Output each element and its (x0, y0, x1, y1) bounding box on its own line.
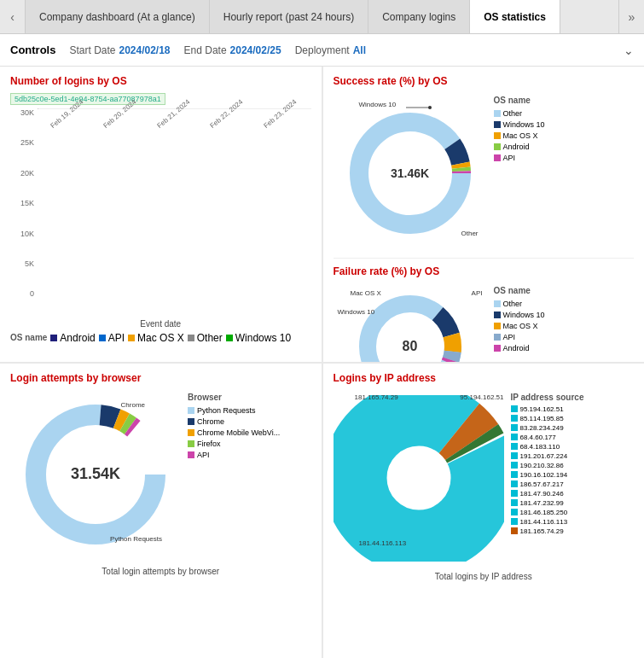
ip-legend-13: 181.44.116.113 (511, 518, 584, 526)
android-legend-dot (50, 335, 57, 341)
tabs-next-btn[interactable]: » (618, 0, 644, 33)
start-date-control[interactable]: Start Date 2024/02/18 (69, 44, 170, 56)
success-android-dot (494, 143, 501, 150)
failure-donut-area: Mac OS X API Windows 10 Other (334, 282, 487, 362)
ip-legend-4: 68.4.60.177 (511, 434, 584, 441)
macosx-legend-dot (128, 335, 135, 341)
ip-legend: IP address source 95.194.162.51 85.114.1… (511, 389, 584, 568)
success-donut-container: Windows 10 Other 31.46K OS (334, 92, 635, 254)
legend-macosx: Mac OS X (128, 332, 184, 344)
x-axis-title: Event date (10, 319, 311, 329)
svg-point-1 (428, 106, 432, 109)
success-pointer-windows10: Windows 10 (359, 101, 397, 108)
browser-legend: Browser Python Requests Chrome Chrome Mo… (188, 389, 280, 560)
tab-os-statistics[interactable]: OS statistics (470, 0, 560, 33)
browser-chart-title: Login attempts by browser (10, 372, 311, 384)
ip-legend-10: 181.47.90.246 (511, 490, 584, 498)
success-legend-title: OS name (494, 96, 545, 105)
ip-pie-svg (334, 395, 504, 562)
failure-legend-other: Other (494, 300, 545, 308)
ip-pointer-2: 95.194.162.51 (460, 393, 503, 401)
browser-donut-area: Chrome Python Requests 31.5 (10, 389, 181, 560)
chart-container: 30K 25K 20K 15K 10K 5K 0 (10, 108, 311, 317)
success-other-dot (494, 110, 501, 117)
browser-legend-firefox: Firefox (188, 440, 280, 448)
ip-legend-8: 190.16.102.194 (511, 471, 584, 479)
browser-chart-subtitle: Total login attempts by browser (10, 567, 311, 576)
success-windows10-dot (494, 121, 501, 128)
ip-pointer-1: 181.165.74.29 (355, 393, 398, 401)
browser-legend-python: Python Requests (188, 406, 280, 415)
ip-chart-container: 181.165.74.29 95.194.162.51 181.44.116.1… (334, 389, 635, 568)
browser-legend-title: Browser (188, 393, 280, 402)
success-rate-panel: Success rate (%) by OS Windows 10 Other (323, 67, 645, 362)
failure-rate-title: Failure rate (%) by OS (334, 265, 635, 277)
windows10-legend-dot (226, 335, 233, 341)
tab-company-dashboard[interactable]: Company dashboard (At a glance) (26, 0, 210, 33)
ip-legend-12: 181.46.185.250 (511, 509, 584, 516)
browser-legend-api: API (188, 451, 280, 459)
failure-legend-windows10: Windows 10 (494, 311, 545, 319)
os-legend-container: OS name Android API Mac OS X Other (10, 332, 311, 344)
browser-legend-chrome-mobile: Chrome Mobile WebVi... (188, 428, 280, 437)
legend-android: Android (50, 332, 95, 344)
ip-legend-title: IP address source (511, 393, 584, 402)
success-legend-windows10: Windows 10 (494, 120, 545, 129)
success-pointer-other: Other (461, 230, 478, 237)
ip-legend-2: 85.114.195.85 (511, 415, 584, 422)
failure-pointer-api: API (472, 289, 483, 297)
api-legend-dot (99, 335, 106, 341)
browser-pointer-python: Python Requests (110, 535, 162, 543)
failure-legend: OS name Other Windows 10 Mac OS X (494, 282, 545, 362)
controls-dropdown-icon[interactable]: ⌄ (624, 44, 634, 57)
bar-chart-panel: Number of logins by OS 5db25c0e-5ed1-4e9… (0, 67, 322, 362)
deployment-control[interactable]: Deployment All (295, 44, 366, 56)
legend-other: Other (188, 332, 223, 344)
failure-rate-value: 80 (403, 339, 418, 354)
success-rate-value: 31.46K (391, 166, 429, 180)
ip-chart-subtitle: Total logins by IP address (334, 572, 635, 581)
ip-legend-9: 186.57.67.217 (511, 480, 584, 488)
controls-label: Controls (10, 44, 55, 56)
success-legend-other: Other (494, 109, 545, 118)
tabs-bar: ‹ Company dashboard (At a glance) Hourly… (0, 0, 644, 34)
success-legend: OS name Other Windows 10 Mac OS X Androi… (494, 92, 545, 254)
success-legend-api: API (494, 154, 545, 162)
legend-windows10: Windows 10 (226, 332, 291, 344)
ip-legend-5: 68.4.183.110 (511, 443, 584, 451)
ip-legend-7: 190.210.32.86 (511, 462, 584, 469)
controls-bar: Controls Start Date 2024/02/18 End Date … (0, 34, 644, 67)
tabs-prev-btn[interactable]: ‹ (0, 0, 26, 33)
failure-legend-android: Android (494, 344, 545, 352)
other-legend-dot (188, 335, 194, 341)
bar-chart-area: 30K 25K 20K 15K 10K 5K 0 (10, 108, 311, 344)
success-legend-macosx: Mac OS X (494, 131, 545, 140)
browser-chart-panel: Login attempts by browser Chrome Python … (0, 364, 322, 659)
bar-chart-title: Number of logins by OS (10, 75, 311, 87)
failure-pointer-windows10: Windows 10 (338, 308, 375, 316)
ip-chart-title: Logins by IP address (334, 372, 635, 384)
success-donut-area: Windows 10 Other 31.46K (334, 92, 487, 254)
failure-rate-section: Failure rate (%) by OS Mac OS X API Wind… (334, 258, 635, 362)
x-axis-labels: Feb 19, 2024 Feb 20, 2024 Feb 21, 2024 F… (38, 109, 311, 143)
ip-legend-1: 95.194.162.51 (511, 405, 584, 413)
browser-donut-value: 31.54K (71, 465, 120, 483)
pointer-line-windows10 (406, 99, 432, 116)
chart-plot-area: Feb 19, 2024 Feb 20, 2024 Feb 21, 2024 F… (38, 108, 311, 317)
legend-os-title: OS name (10, 333, 47, 342)
tab-hourly-report[interactable]: Hourly report (past 24 hours) (210, 0, 368, 33)
failure-pointer-macosx: Mac OS X (351, 289, 381, 297)
failure-legend-title: OS name (494, 286, 545, 295)
ip-legend-11: 181.47.232.99 (511, 499, 584, 507)
ip-legend-14: 181.165.74.29 (511, 527, 584, 535)
browser-pointer-chrome: Chrome (121, 401, 145, 409)
success-rate-title: Success rate (%) by OS (334, 75, 635, 87)
browser-donut-container: Chrome Python Requests 31.5 (10, 389, 311, 560)
ip-legend-3: 83.28.234.249 (511, 424, 584, 432)
tab-company-logins[interactable]: Company logins (368, 0, 470, 33)
main-grid: Number of logins by OS 5db25c0e-5ed1-4e9… (0, 67, 644, 658)
end-date-control[interactable]: End Date 2024/02/25 (184, 44, 281, 56)
success-legend-android: Android (494, 143, 545, 151)
ip-legend-6: 191.201.67.224 (511, 452, 584, 460)
ip-pie-area: 181.165.74.29 95.194.162.51 181.44.116.1… (334, 389, 504, 568)
